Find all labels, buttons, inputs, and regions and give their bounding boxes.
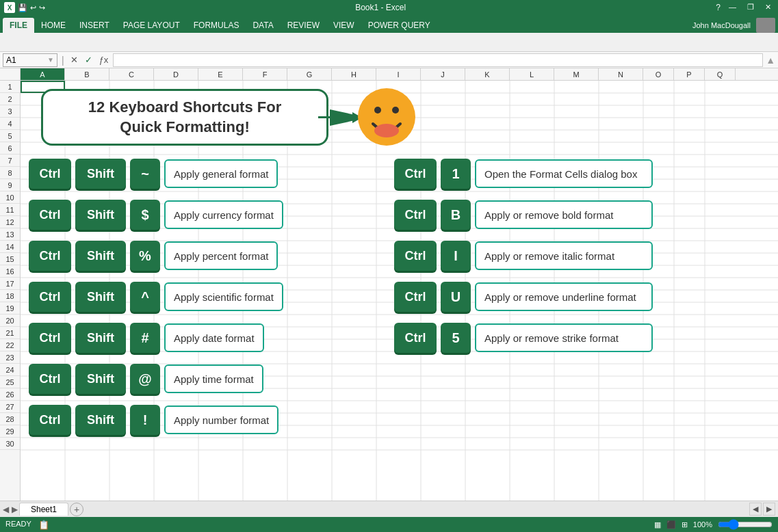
col-header-O[interactable]: O bbox=[643, 68, 674, 80]
row-num-30[interactable]: 30 bbox=[0, 438, 20, 450]
row-num-19[interactable]: 19 bbox=[0, 302, 20, 315]
col-header-N[interactable]: N bbox=[599, 68, 643, 80]
row-num-10[interactable]: 10 bbox=[0, 191, 20, 204]
help-btn[interactable]: ? bbox=[716, 3, 721, 12]
sheet-prev-btn[interactable]: ◀ bbox=[3, 505, 9, 514]
cell-reference-box[interactable]: A1 ▼ bbox=[3, 53, 57, 67]
tab-home[interactable]: HOME bbox=[34, 18, 73, 33]
minimize-btn[interactable]: — bbox=[726, 3, 739, 12]
col-header-G[interactable]: G bbox=[287, 68, 332, 80]
row-num-16[interactable]: 16 bbox=[0, 265, 20, 278]
sheet-next-btn[interactable]: ▶ bbox=[12, 505, 18, 514]
tab-page-layout[interactable]: PAGE LAYOUT bbox=[116, 18, 187, 33]
formula-expand-btn[interactable]: ▲ bbox=[766, 55, 775, 66]
row-num-24[interactable]: 24 bbox=[0, 364, 20, 376]
zoom-slider[interactable] bbox=[718, 519, 773, 530]
cancel-formula-btn[interactable]: ✕ bbox=[68, 55, 80, 65]
row-num-23[interactable]: 23 bbox=[0, 351, 20, 364]
tab-review[interactable]: REVIEW bbox=[281, 18, 326, 33]
tab-view[interactable]: VIEW bbox=[326, 18, 361, 33]
formula-bar: A1 ▼ | ✕ ✓ ƒx ▲ bbox=[0, 52, 778, 68]
row-num-3[interactable]: 3 bbox=[0, 105, 20, 118]
row-num-6[interactable]: 6 bbox=[0, 142, 20, 155]
title-bar-right: ? — ❐ ✕ bbox=[716, 3, 774, 12]
tab-data[interactable]: DATA bbox=[246, 18, 280, 33]
row-num-26[interactable]: 26 bbox=[0, 388, 20, 401]
tab-file[interactable]: FILE bbox=[3, 18, 34, 33]
row-numbers: 1 2 3 4 5 6 7 8 9 10 11 12 13 14 15 16 1… bbox=[0, 81, 21, 501]
row-num-18[interactable]: 18 bbox=[0, 290, 20, 302]
hscroll-right[interactable]: ▶ bbox=[763, 503, 775, 516]
col-header-L[interactable]: L bbox=[510, 68, 554, 80]
row-num-25[interactable]: 25 bbox=[0, 376, 20, 388]
sheet-tab-1[interactable]: Sheet1 bbox=[19, 503, 68, 516]
row-num-5[interactable]: 5 bbox=[0, 130, 20, 142]
col-header-P[interactable]: P bbox=[674, 68, 705, 80]
close-btn[interactable]: ✕ bbox=[762, 3, 774, 12]
tab-power-query[interactable]: POWER QUERY bbox=[361, 18, 437, 33]
corner-cell bbox=[0, 68, 21, 80]
row-num-15[interactable]: 15 bbox=[0, 253, 20, 265]
formula-input[interactable] bbox=[113, 53, 763, 67]
undo-btn[interactable]: ↩ bbox=[30, 3, 36, 12]
row-num-22[interactable]: 22 bbox=[0, 339, 20, 351]
cell-ref-dropdown[interactable]: ▼ bbox=[47, 56, 54, 64]
user-avatar bbox=[756, 18, 775, 33]
row-num-8[interactable]: 8 bbox=[0, 167, 20, 179]
row-num-28[interactable]: 28 bbox=[0, 413, 20, 425]
row-num-27[interactable]: 27 bbox=[0, 401, 20, 413]
col-header-F[interactable]: F bbox=[243, 68, 287, 80]
tab-formulas[interactable]: FORMULAS bbox=[187, 18, 246, 33]
grid-content[interactable]: 12 Keyboard Shortcuts For Quick Formatti… bbox=[21, 81, 778, 501]
view-layout-icon[interactable]: ⬛ bbox=[666, 520, 676, 529]
redo-btn[interactable]: ↪ bbox=[39, 3, 45, 12]
col-header-J[interactable]: J bbox=[421, 68, 465, 80]
quick-access-save[interactable]: 💾 bbox=[18, 3, 27, 12]
row-num-7[interactable]: 7 bbox=[0, 155, 20, 167]
col-header-M[interactable]: M bbox=[554, 68, 599, 80]
row-num-20[interactable]: 20 bbox=[0, 315, 20, 327]
insert-function-btn[interactable]: ƒx bbox=[97, 55, 111, 65]
restore-btn[interactable]: ❐ bbox=[744, 3, 757, 12]
view-break-icon[interactable]: ⊞ bbox=[682, 520, 688, 529]
view-normal-icon[interactable]: ▦ bbox=[654, 520, 661, 529]
scroll-arrows: ◀ ▶ bbox=[749, 503, 775, 516]
row-num-12[interactable]: 12 bbox=[0, 216, 20, 228]
status-sheet-icon: 📋 bbox=[38, 520, 49, 530]
row-num-17[interactable]: 17 bbox=[0, 278, 20, 290]
row-num-9[interactable]: 9 bbox=[0, 179, 20, 191]
col-header-C[interactable]: C bbox=[109, 68, 154, 80]
status-bar: READY 📋 ▦ ⬛ ⊞ 100% bbox=[0, 517, 778, 532]
col-header-D[interactable]: D bbox=[154, 68, 198, 80]
row-num-2[interactable]: 2 bbox=[0, 93, 20, 105]
col-header-B[interactable]: B bbox=[65, 68, 109, 80]
column-headers: A B C D E F G H I J K L M N O P Q bbox=[0, 68, 778, 81]
status-left: READY 📋 bbox=[5, 520, 49, 530]
grid-container: 1 2 3 4 5 6 7 8 9 10 11 12 13 14 15 16 1… bbox=[0, 81, 778, 501]
title-bar: X 💾 ↩ ↪ Book1 - Excel ? — ❐ ✕ bbox=[0, 0, 778, 15]
row-num-13[interactable]: 13 bbox=[0, 228, 20, 241]
row-num-1[interactable]: 1 bbox=[0, 81, 20, 93]
spreadsheet: A B C D E F G H I J K L M N O P Q 1 2 3 … bbox=[0, 68, 778, 501]
excel-icon: X bbox=[4, 2, 15, 13]
col-header-E[interactable]: E bbox=[198, 68, 243, 80]
title-bar-left: X 💾 ↩ ↪ bbox=[4, 2, 45, 13]
add-sheet-btn[interactable]: + bbox=[70, 503, 83, 516]
col-header-K[interactable]: K bbox=[465, 68, 510, 80]
col-header-Q[interactable]: Q bbox=[705, 68, 736, 80]
row-num-4[interactable]: 4 bbox=[0, 118, 20, 130]
ribbon-tabs: FILE HOME INSERT PAGE LAYOUT FORMULAS DA… bbox=[0, 15, 778, 33]
user-label: John MacDougall bbox=[692, 21, 751, 29]
zoom-label: 100% bbox=[693, 520, 712, 529]
confirm-formula-btn[interactable]: ✓ bbox=[83, 55, 94, 65]
row-num-21[interactable]: 21 bbox=[0, 327, 20, 339]
col-header-H[interactable]: H bbox=[332, 68, 376, 80]
tab-insert[interactable]: INSERT bbox=[73, 18, 116, 33]
grid-lines-svg bbox=[21, 81, 778, 501]
hscroll-left[interactable]: ◀ bbox=[749, 503, 762, 516]
col-header-I[interactable]: I bbox=[376, 68, 421, 80]
row-num-29[interactable]: 29 bbox=[0, 425, 20, 438]
row-num-14[interactable]: 14 bbox=[0, 241, 20, 253]
row-num-11[interactable]: 11 bbox=[0, 204, 20, 216]
col-header-A[interactable]: A bbox=[21, 68, 65, 80]
